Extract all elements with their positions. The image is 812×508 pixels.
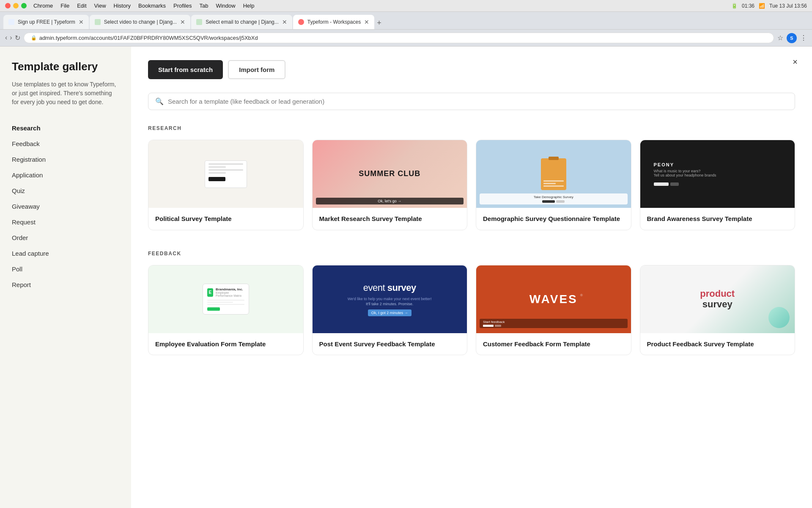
menu-view[interactable]: View <box>94 3 106 9</box>
sidebar-item-application[interactable]: Application <box>12 167 119 183</box>
tab-label-video: Select video to change | Djang... <box>104 19 177 25</box>
card-thumbnail-event: event survey We'd like to help you make … <box>313 265 467 333</box>
card-title-political: Political Survey Template <box>155 215 296 223</box>
card-thumbnail-product: productsurvey <box>640 265 795 333</box>
tab-close-typeform[interactable]: ✕ <box>364 19 369 25</box>
sidebar-item-report[interactable]: Report <box>12 277 119 293</box>
card-info-market: Market Research Survey Template <box>313 208 467 230</box>
card-thumbnail-waves: WAVES ® Start feedback <box>476 265 631 333</box>
form-line-2 <box>208 169 243 171</box>
card-info-demographic: Demographic Survey Questionnaire Templat… <box>476 208 631 230</box>
menu-profiles[interactable]: Profiles <box>173 3 192 9</box>
summer-sub-text: Ok, let's go → <box>316 198 464 204</box>
card-title-event: Post Event Survey Feedback Template <box>319 340 461 348</box>
card-title-employee: Employee Evaluation Form Template <box>155 340 296 348</box>
card-info-product: Product Feedback Survey Template <box>640 333 795 355</box>
menu-edit[interactable]: Edit <box>77 3 86 9</box>
form-line-short <box>208 166 226 168</box>
back-button[interactable]: ‹ <box>5 34 7 42</box>
tab-typeform[interactable]: Typeform - Workspaces ✕ <box>293 15 374 29</box>
more-options-icon[interactable]: ⋮ <box>800 34 807 42</box>
menu-tab[interactable]: Tab <box>199 3 208 9</box>
card-customer-feedback[interactable]: WAVES ® Start feedback <box>476 265 631 356</box>
brand-sub-text: What is music to your ears?Tell us about… <box>654 169 782 177</box>
thumb-form-political <box>205 160 247 188</box>
tab-label-email: Select email to change | Djang... <box>206 19 279 25</box>
tab-label-signup: Sign up FREE | Typeform <box>18 19 75 25</box>
sidebar-item-feedback[interactable]: Feedback <box>12 136 119 152</box>
address-bar[interactable]: 🔒 admin.typeform.com/accounts/01FAFZ0BFP… <box>24 33 774 43</box>
card-title-market: Market Research Survey Template <box>319 215 461 223</box>
sidebar-item-giveaway[interactable]: Giveaway <box>12 199 119 214</box>
employee-header: E Brandmania, Inc. Employee Performance … <box>207 287 244 297</box>
sidebar-description: Use templates to get to know Typeform, o… <box>12 80 119 107</box>
tab-favicon-video <box>95 19 101 25</box>
sidebar-item-order[interactable]: Order <box>12 230 119 246</box>
search-input[interactable] <box>168 98 788 105</box>
nav-buttons[interactable]: ‹ › ↻ <box>5 34 20 42</box>
card-political-survey[interactable]: Political Survey Template <box>148 140 304 230</box>
menu-chrome[interactable]: Chrome <box>33 3 53 9</box>
menu-window[interactable]: Window <box>216 3 235 9</box>
sidebar-item-registration[interactable]: Registration <box>12 152 119 167</box>
macos-menubar: Chrome File Edit View History Bookmarks … <box>0 0 812 12</box>
employee-avatar-icon: E <box>207 288 213 297</box>
battery-icon: 🔋 <box>731 3 738 9</box>
card-thumbnail-demographic: Take Demographic Survey <box>476 140 631 208</box>
start-from-scratch-button[interactable]: Start from scratch <box>148 60 223 79</box>
card-product-feedback[interactable]: productsurvey Product Feedback Survey Te… <box>640 265 796 356</box>
menu-bookmarks[interactable]: Bookmarks <box>138 3 166 9</box>
card-thumbnail-brand: PEONY What is music to your ears?Tell us… <box>640 140 795 208</box>
macos-menu-items[interactable]: Chrome File Edit View History Bookmarks … <box>33 3 254 9</box>
sidebar-item-quiz[interactable]: Quiz <box>12 183 119 199</box>
search-box[interactable]: 🔍 <box>148 93 795 110</box>
minimize-window-button[interactable] <box>13 3 19 8</box>
fullscreen-window-button[interactable] <box>21 3 27 8</box>
traffic-lights[interactable] <box>5 3 27 8</box>
user-avatar[interactable]: S <box>787 33 797 43</box>
sidebar-item-lead-capture[interactable]: Lead capture <box>12 246 119 261</box>
card-employee-eval[interactable]: E Brandmania, Inc. Employee Performance … <box>148 265 304 356</box>
close-window-button[interactable] <box>5 3 11 8</box>
employee-submit-btn <box>207 307 220 311</box>
card-demographic[interactable]: Take Demographic Survey Demographic Surv… <box>476 140 631 230</box>
macos-status-bar: 🔋 01:36 📶 Tue 13 Jul 13:56 <box>731 3 807 9</box>
card-info-employee: Employee Evaluation Form Template <box>148 333 303 355</box>
new-tab-button[interactable]: + <box>375 17 383 29</box>
import-form-button[interactable]: Import form <box>228 60 285 79</box>
main-layout: Template gallery Use templates to get to… <box>0 47 812 508</box>
tab-close-signup[interactable]: ✕ <box>79 19 84 25</box>
chrome-tab-bar: Sign up FREE | Typeform ✕ Select video t… <box>0 12 812 30</box>
reload-button[interactable]: ↻ <box>15 34 20 42</box>
tab-close-email[interactable]: ✕ <box>282 19 287 25</box>
sidebar-item-research[interactable]: Research <box>12 120 119 136</box>
lock-icon: 🔒 <box>31 35 37 41</box>
employee-form-lines <box>207 300 244 305</box>
e-line1 <box>207 300 244 301</box>
tab-signup[interactable]: Sign up FREE | Typeform ✕ <box>3 15 89 29</box>
sidebar-item-request[interactable]: Request <box>12 214 119 230</box>
forward-button[interactable]: › <box>10 34 12 42</box>
e-line2 <box>207 302 233 303</box>
card-info-event: Post Event Survey Feedback Template <box>313 333 467 355</box>
sidebar-item-poll[interactable]: Poll <box>12 261 119 277</box>
menu-file[interactable]: File <box>60 3 69 9</box>
menu-help[interactable]: Help <box>243 3 255 9</box>
card-post-event[interactable]: event survey We'd like to help you make … <box>312 265 468 356</box>
card-title-customer: Customer Feedback Form Template <box>483 340 624 348</box>
chrome-action-buttons[interactable]: ☆ S ⋮ <box>777 33 807 43</box>
tab-favicon-typeform <box>298 19 304 25</box>
tab-favicon-signup <box>8 19 14 25</box>
bookmark-icon[interactable]: ☆ <box>777 34 783 42</box>
tab-video[interactable]: Select video to change | Djang... ✕ <box>90 15 191 29</box>
feedback-cards-grid: E Brandmania, Inc. Employee Performance … <box>148 265 795 356</box>
url-text: admin.typeform.com/accounts/01FAFZ0BFPRD… <box>39 35 258 41</box>
close-button[interactable]: × <box>788 55 802 69</box>
menu-history[interactable]: History <box>114 3 131 9</box>
card-thumbnail-political <box>148 140 303 208</box>
summer-club-text: SUMMER CLUB <box>359 169 420 179</box>
card-brand-awareness[interactable]: PEONY What is music to your ears?Tell us… <box>640 140 796 230</box>
tab-close-video[interactable]: ✕ <box>180 19 185 25</box>
tab-email[interactable]: Select email to change | Djang... ✕ <box>191 15 292 29</box>
card-market-research[interactable]: SUMMER CLUB Ok, let's go → Market Resear… <box>312 140 468 230</box>
